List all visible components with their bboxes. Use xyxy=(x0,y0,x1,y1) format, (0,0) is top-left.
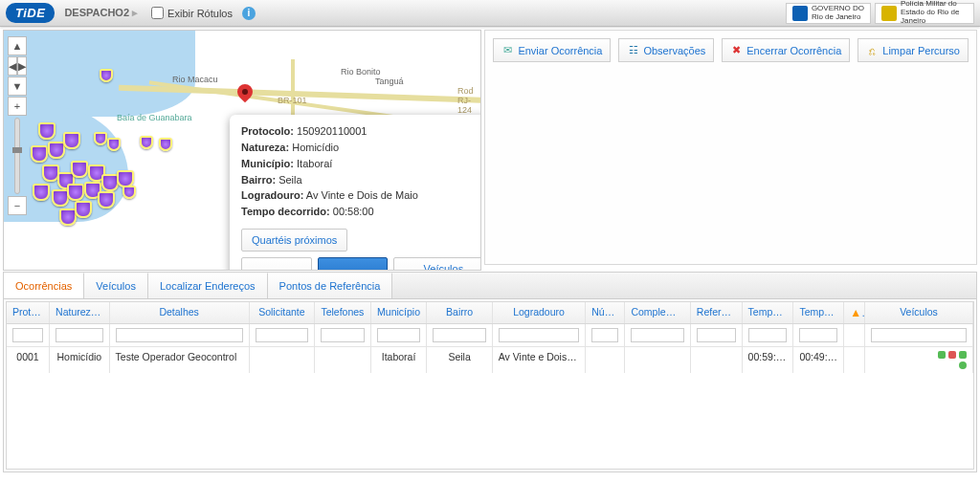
map-marker-cluster[interactable] xyxy=(63,132,80,149)
filter-numero[interactable] xyxy=(591,328,618,342)
col-referencia[interactable]: Referência xyxy=(691,302,743,323)
map-marker-cluster[interactable] xyxy=(98,191,115,208)
tab-pontos-referencia[interactable]: Pontos de Referência xyxy=(268,273,393,298)
occurrences-grid: Protocolo Natureza Inicial Detalhes Soli… xyxy=(6,301,974,470)
map-pan-down[interactable]: ▼ xyxy=(8,77,27,96)
popup-protocolo-value: 150920110001 xyxy=(297,125,367,137)
map-marker-cluster[interactable] xyxy=(122,186,136,199)
empenhar-button[interactable]: Empenhar xyxy=(318,257,388,271)
observacoes-button[interactable]: ☷Observações xyxy=(618,38,714,62)
cell-alert xyxy=(844,347,865,373)
map-marker-cluster[interactable] xyxy=(140,136,153,149)
app-logo: TiDE xyxy=(6,3,55,23)
map-label: Rio Macacu xyxy=(172,75,218,84)
filter-veiculos[interactable] xyxy=(871,328,967,342)
map-zoom-in[interactable]: + xyxy=(8,97,27,116)
logo-text: TiDE xyxy=(15,6,45,20)
col-numero[interactable]: Número xyxy=(586,302,625,323)
tab-localizar-enderecos[interactable]: Localizar Endereços xyxy=(148,273,268,298)
filter-logradouro[interactable] xyxy=(499,328,580,342)
map-marker-cluster[interactable] xyxy=(100,69,113,82)
map-zoom-slider[interactable] xyxy=(14,118,20,194)
col-tempo-total[interactable]: Tempo Tot. xyxy=(743,302,794,323)
popup-logradouro-label: Logradouro: xyxy=(241,189,303,201)
filter-referencia[interactable] xyxy=(697,328,736,342)
exibir-rotulos-toggle[interactable]: Exibir Rótulos i xyxy=(151,7,256,20)
vehicle-status-icon[interactable] xyxy=(938,351,946,359)
veiculos-proximos-button[interactable]: Veículos próximos xyxy=(393,257,482,271)
map-marker-cluster[interactable] xyxy=(33,184,50,201)
exibir-rotulos-checkbox[interactable] xyxy=(151,7,164,19)
col-solicitante[interactable]: Solicitante xyxy=(250,302,315,323)
map-label: Tanguá xyxy=(375,77,404,86)
filter-detalhes[interactable] xyxy=(116,328,243,342)
filter-municipio[interactable] xyxy=(377,328,421,342)
vehicle-status-icon[interactable] xyxy=(959,362,967,369)
filter-tempo-tot[interactable] xyxy=(748,328,788,342)
col-complemento[interactable]: Complemento xyxy=(625,302,690,323)
filter-protocolo[interactable] xyxy=(12,328,43,342)
tab-ocorrencias[interactable]: Ocorrências xyxy=(4,273,84,298)
map-marker-cluster[interactable] xyxy=(107,138,121,151)
map-marker-cluster[interactable] xyxy=(48,142,65,159)
top-toolbar: TiDE DESPACHO2 Exibir Rótulos i GOVERNO … xyxy=(0,0,980,27)
pmrj-shield-icon xyxy=(881,6,897,21)
col-veiculos[interactable]: Veículos xyxy=(865,302,973,323)
col-telefones[interactable]: Telefones xyxy=(315,302,371,323)
occurrence-popup: ✕ Protocolo: 150920110001 Natureza: Homi… xyxy=(230,115,481,271)
grid-row[interactable]: 0001 Homicídio Teste Operador Geocontrol… xyxy=(7,347,973,373)
map-marker-cluster[interactable] xyxy=(75,201,92,218)
enviar-label: Enviar Ocorrência xyxy=(518,45,602,56)
col-municipio[interactable]: Município xyxy=(371,302,428,323)
filter-bairro[interactable] xyxy=(433,328,485,342)
filter-natureza[interactable] xyxy=(56,328,103,342)
vehicle-status-icon[interactable] xyxy=(948,351,956,359)
vehicle-status-icon[interactable] xyxy=(959,351,967,359)
map-controls: ▲ ◀ ▶ ▼ + − xyxy=(8,36,27,216)
selected-occurrence-pin[interactable] xyxy=(237,84,253,105)
map-marker-cluster[interactable] xyxy=(38,122,56,140)
filter-telefones[interactable] xyxy=(321,328,365,342)
col-natureza[interactable]: Natureza Inicial xyxy=(50,302,110,323)
popup-natureza-label: Natureza: xyxy=(241,142,289,153)
map-marker-cluster[interactable] xyxy=(94,132,107,145)
map-panel[interactable]: Rio Bonito Tanguá Rio Macacu Iguaba Gran… xyxy=(3,30,481,271)
popup-tempo-value: 00:58:00 xyxy=(333,206,374,217)
col-tempo-desp[interactable]: Tempo Des. xyxy=(793,302,844,323)
map-marker-cluster[interactable] xyxy=(67,184,84,201)
map-marker-cluster[interactable] xyxy=(31,145,48,163)
limpar-percurso-button[interactable]: ⎌Limpar Percurso xyxy=(858,38,969,62)
filter-solicitante[interactable] xyxy=(256,328,308,342)
grid-filter-row xyxy=(7,324,973,347)
col-detalhes[interactable]: Detalhes xyxy=(110,302,250,323)
pmrj-badge: Polícia Militar do Estado do Rio de Jane… xyxy=(875,3,974,24)
map-label: Baía de Guanabara xyxy=(117,113,192,122)
filter-tempo-des[interactable] xyxy=(799,328,837,342)
bottom-panel: Ocorrências Veículos Localizar Endereços… xyxy=(3,272,977,472)
popup-bairro-value: Seila xyxy=(278,174,301,186)
col-bairro[interactable]: Bairro xyxy=(427,302,492,323)
quarteis-proximos-button[interactable]: Quartéis próximos xyxy=(241,229,347,252)
info-icon[interactable]: i xyxy=(242,7,256,20)
map-pan-right[interactable]: ▶ xyxy=(17,56,27,76)
pmrj-text: Polícia Militar do Estado do Rio de Jane… xyxy=(901,0,968,25)
col-alert[interactable]: ▲ xyxy=(844,302,865,323)
map-marker-cluster[interactable] xyxy=(159,138,172,151)
popup-tempo-label: Tempo decorrido: xyxy=(241,206,330,217)
tab-veiculos[interactable]: Veículos xyxy=(84,273,148,298)
map-marker-cluster[interactable] xyxy=(71,161,88,178)
col-protocolo[interactable]: Protocolo xyxy=(7,302,50,323)
observacoes-label: Observações xyxy=(643,45,705,56)
col-logradouro[interactable]: Logradouro xyxy=(493,302,587,323)
filter-complemento[interactable] xyxy=(631,328,683,342)
map-pan-up[interactable]: ▲ xyxy=(8,36,27,55)
map-zoom-out[interactable]: − xyxy=(8,196,27,215)
map-pan-left[interactable]: ◀ xyxy=(8,56,17,76)
selecionar-button[interactable]: Selecionar xyxy=(241,257,312,271)
exibir-rotulos-label: Exibir Rótulos xyxy=(167,8,233,19)
cell-logradouro: Av Vinte e Dois de Maio xyxy=(493,347,587,373)
cell-veiculos xyxy=(865,347,973,373)
encerrar-ocorrencia-button[interactable]: ✖Encerrar Ocorrência xyxy=(722,38,850,62)
section-label[interactable]: DESPACHO2 xyxy=(64,7,138,19)
enviar-ocorrencia-button[interactable]: ✉Enviar Ocorrência xyxy=(493,38,611,62)
